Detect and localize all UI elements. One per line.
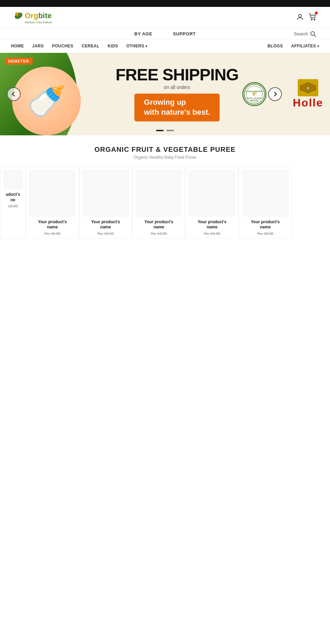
nav-jars[interactable]: JARS [28,42,48,50]
organic-seal: always organic 🌾 for all the right reaso… [242,82,266,106]
on-all-orders-text: on all orders [86,84,268,90]
section-subtitle: Organic Healthy Baby Food Puree [0,155,330,160]
product-price: Rs. 19.99 [204,231,220,236]
product-name: uduct'sne [6,192,20,203]
product-name: Your product'sname [38,219,67,230]
product-name: Your product'sname [91,219,120,230]
free-shipping-text: FREE SHIPPING [86,67,268,83]
header-icons [296,13,316,22]
svg-point-3 [299,14,301,17]
carousel-dots [156,130,174,131]
hero-content: FREE SHIPPING on all orders Growing upwi… [86,67,268,121]
nav-kids[interactable]: KIDS [103,42,122,50]
cart-badge [315,12,318,14]
product-price: Rs. 19.99 [151,231,167,236]
nav-others[interactable]: OTHERS [122,42,151,50]
carousel-prev-button[interactable] [7,87,21,101]
product-card-partial[interactable]: uduct'sne 19.99 [0,167,26,239]
product-price: Rs. 19.99 [257,231,273,236]
support-nav[interactable]: SUPPORT [173,31,196,36]
nav-blogs[interactable]: BLOGS [263,42,287,50]
svg-text:O: O [15,12,18,16]
logo-tagline: Nurture Your Future [25,21,52,24]
svg-point-6 [311,32,315,35]
svg-line-7 [314,35,316,37]
products-grid: uduct'sne 19.99 Your product'sname Rs. 1… [0,167,330,239]
product-card[interactable]: Your product'sname Rs. 19.99 [132,167,186,239]
logo-text: Orgbite [25,11,52,20]
product-image [3,170,23,189]
mid-nav: BY AGE SUPPORT Search [0,29,330,39]
product-name: Your product'sname [198,219,227,230]
leaf-icon: O [14,11,23,21]
product-price: 19.99 [8,204,18,208]
product-card[interactable]: Your product'sname Rs. 19.99 [26,167,79,239]
nav-cereal[interactable]: CEREAL [77,42,103,50]
products-section: ORGANIC FRUIT & VEGETABLE PUREE Organic … [0,135,330,246]
product-image [242,170,289,217]
nav-home[interactable]: HOME [7,42,28,50]
svg-text:reasons: reasons [251,100,258,101]
carousel-dot-1[interactable] [156,130,164,131]
logo[interactable]: O Orgbite Nurture Your Future [14,11,52,24]
product-name: Your product'sname [144,219,173,230]
footer-space [0,246,330,383]
holle-icon: 🏠 [298,79,318,97]
product-price: Rs. 19.99 [44,231,60,236]
top-bar [0,0,330,7]
product-price: Rs. 19.99 [98,231,114,236]
carousel-dot-2[interactable] [166,130,174,131]
holle-area: 🏠 Holle [293,79,323,109]
product-image [82,170,129,217]
product-card[interactable]: Your product'sname Rs. 19.99 [239,167,292,239]
growing-up-box: Growing upwith nature's best. [134,93,220,121]
nav-affiliates[interactable]: AFFILIATES [287,42,323,50]
svg-text:for all the right: for all the right [246,98,262,99]
header: O Orgbite Nurture Your Future [0,7,330,29]
search-label: Search [294,31,308,36]
nav-pouches[interactable]: POUCHES [48,42,77,50]
search-icon [310,31,316,37]
product-image [135,170,183,217]
product-card[interactable]: Your product'sname Rs. 19.99 [79,167,132,239]
cart-icon[interactable] [309,13,316,22]
svg-point-5 [314,19,315,20]
product-name: Your product'sname [251,219,280,230]
search-area[interactable]: Search [294,31,316,37]
carousel-next-button[interactable] [268,87,282,101]
hero-banner: demeter 🍼 FREE SHIPPING on all orders Gr… [0,53,330,135]
section-title: ORGANIC FRUIT & VEGETABLE PUREE [0,146,330,154]
by-age-nav[interactable]: BY AGE [134,31,152,36]
product-image [188,170,235,217]
product-image [29,170,76,217]
svg-text:🏠: 🏠 [306,86,310,89]
svg-text:🌾: 🌾 [252,91,257,97]
user-icon[interactable] [296,13,304,22]
svg-point-4 [311,19,312,20]
product-card[interactable]: Your product'sname Rs. 19.99 [185,167,239,239]
holle-text: Holle [293,97,323,109]
main-nav: HOME JARS POUCHES CEREAL KIDS OTHERS BLO… [0,39,330,53]
